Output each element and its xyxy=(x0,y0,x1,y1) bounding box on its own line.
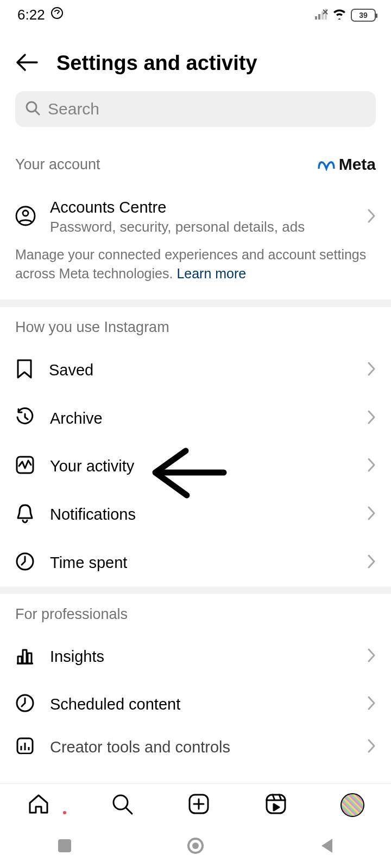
svg-rect-12 xyxy=(28,653,31,663)
home-icon[interactable] xyxy=(27,792,57,818)
signal-icon xyxy=(315,7,328,23)
search-icon xyxy=(25,100,40,118)
learn-more-link[interactable]: Learn more xyxy=(176,266,246,281)
row-label: Your activity xyxy=(50,457,352,475)
chevron-right-icon xyxy=(367,361,376,379)
row-your-activity[interactable]: Your activity xyxy=(0,442,391,490)
meta-brand: Meta xyxy=(317,155,376,174)
home-button[interactable] xyxy=(186,837,205,857)
section-divider xyxy=(0,586,391,594)
svg-rect-18 xyxy=(267,795,285,813)
svg-rect-3 xyxy=(321,11,324,20)
activity-icon xyxy=(15,455,35,477)
recent-apps-button[interactable] xyxy=(56,838,73,856)
svg-point-7 xyxy=(23,210,28,216)
status-time: 6:22 xyxy=(17,7,45,23)
chevron-right-icon xyxy=(367,554,376,571)
accounts-centre-title: Accounts Centre xyxy=(50,199,353,216)
row-label: Saved xyxy=(49,361,352,379)
svg-rect-10 xyxy=(18,656,22,663)
whatsapp-icon xyxy=(51,7,64,23)
person-circle-icon xyxy=(15,205,36,229)
chevron-right-icon xyxy=(367,648,376,665)
search-input[interactable] xyxy=(48,100,366,118)
battery-indicator: 39 xyxy=(351,9,376,22)
row-label: Creator tools and controls xyxy=(50,738,352,755)
svg-rect-2 xyxy=(318,14,320,20)
row-label: Scheduled content xyxy=(50,695,352,713)
row-insights[interactable]: Insights xyxy=(0,633,391,680)
chevron-right-icon xyxy=(367,506,376,523)
system-nav xyxy=(0,826,391,868)
row-time-spent[interactable]: Time spent xyxy=(0,539,391,586)
row-scheduled-content[interactable]: Scheduled content xyxy=(0,680,391,728)
chevron-right-icon xyxy=(367,738,376,754)
row-notifications[interactable]: Notifications xyxy=(0,490,391,539)
app-header: Settings and activity xyxy=(0,30,391,91)
accounts-centre-sub: Password, security, personal details, ad… xyxy=(50,219,353,235)
row-saved[interactable]: Saved xyxy=(0,346,391,394)
reels-icon[interactable] xyxy=(264,792,288,818)
section-usage: How you use Instagram xyxy=(15,319,169,336)
svg-point-21 xyxy=(192,843,199,849)
back-button[interactable] xyxy=(318,837,335,857)
chevron-right-icon xyxy=(367,208,376,226)
section-your-account: Your account xyxy=(15,156,100,173)
status-bar: 6:22 39 xyxy=(0,0,391,30)
clock-icon xyxy=(15,693,35,715)
svg-point-0 xyxy=(52,8,62,18)
search-nav-icon[interactable] xyxy=(110,792,134,818)
profile-avatar[interactable] xyxy=(340,793,364,817)
accounts-centre-desc: Manage your connected experiences and ac… xyxy=(0,243,391,299)
svg-rect-19 xyxy=(58,839,71,852)
section-professionals: For professionals xyxy=(15,606,128,623)
bar-chart-icon xyxy=(15,646,35,667)
chevron-right-icon xyxy=(367,457,376,475)
clock-icon xyxy=(15,552,35,573)
row-label: Time spent xyxy=(50,554,352,572)
bookmark-icon xyxy=(15,359,34,381)
bell-icon xyxy=(15,503,35,526)
svg-point-15 xyxy=(63,811,66,814)
page-title: Settings and activity xyxy=(56,52,257,75)
chevron-right-icon xyxy=(367,695,376,713)
archive-icon xyxy=(15,407,35,429)
row-label: Archive xyxy=(50,410,352,427)
accounts-centre-row[interactable]: Accounts Centre Password, security, pers… xyxy=(0,183,391,243)
svg-rect-1 xyxy=(315,16,317,20)
row-label: Notifications xyxy=(50,506,352,524)
svg-rect-11 xyxy=(23,650,27,663)
row-creator-tools[interactable]: Creator tools and controls xyxy=(0,728,391,754)
new-post-icon[interactable] xyxy=(187,792,211,818)
wifi-icon xyxy=(332,7,346,23)
row-label: Insights xyxy=(50,648,352,666)
row-archive[interactable]: Archive xyxy=(0,394,391,442)
creator-icon xyxy=(15,736,35,754)
meta-label: Meta xyxy=(339,155,376,174)
back-icon[interactable] xyxy=(15,53,38,74)
chevron-right-icon xyxy=(367,410,376,427)
section-divider xyxy=(0,299,391,307)
bottom-nav xyxy=(0,783,391,826)
search-field[interactable] xyxy=(15,91,376,127)
